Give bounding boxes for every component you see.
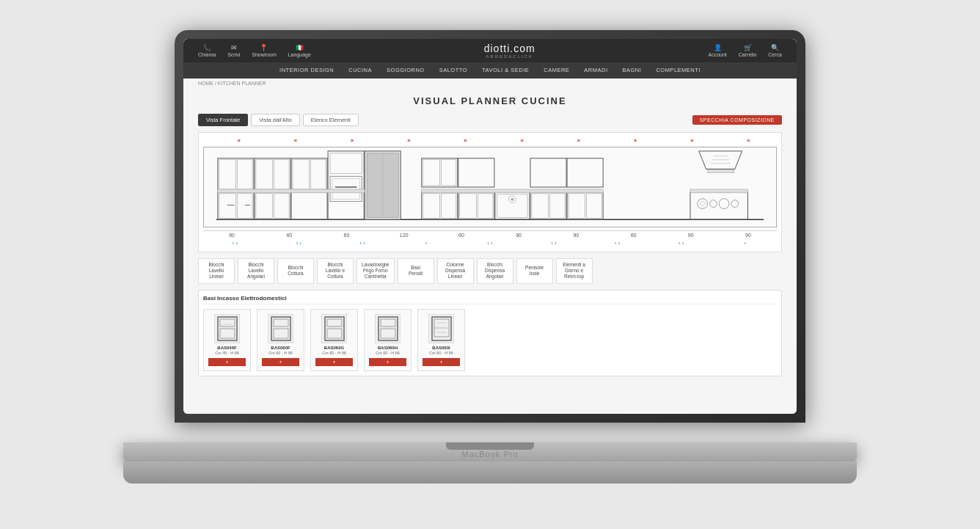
svg-rect-10 (328, 150, 364, 219)
product-dims-2: Cm 60 - H 86 (315, 351, 353, 355)
arrow-left-6[interactable]: ‹ (551, 240, 553, 247)
measure-5: 60 (433, 233, 490, 238)
measure-6: 90 (490, 233, 547, 238)
arrow-left-8[interactable]: ‹ (679, 240, 681, 247)
utility-cart[interactable]: 🛒 Carrello (739, 44, 757, 57)
svg-rect-46 (423, 159, 440, 185)
svg-rect-14 (330, 153, 362, 172)
nav-tavoli[interactable]: TAVOLI & SEDIE (482, 67, 529, 73)
product-card-2: BAS060G Cm 60 - H 86 + (310, 309, 358, 371)
svg-point-61 (719, 198, 729, 208)
arrow-left-5[interactable]: ‹ (487, 240, 489, 247)
product-dims-3: Cm 60 - H 86 (369, 351, 406, 355)
utility-showroom[interactable]: 📍 Showroom (252, 44, 276, 57)
nav-cucina[interactable]: CUCINA (348, 67, 372, 73)
svg-rect-63 (690, 189, 748, 192)
svg-rect-9 (311, 159, 326, 189)
logo-sub: ARREDACLICK (486, 54, 533, 59)
product-code-3: BAS060H (369, 346, 406, 350)
cat-penisole-isole[interactable]: PenisoleIsole (516, 258, 553, 284)
specchia-composizione-button[interactable]: SPECCHIA COMPOSIZIONE (692, 115, 782, 125)
arrow-group-8: ‹ › (649, 240, 713, 247)
cat-blocchi-cottura[interactable]: BlocchiCottura (277, 258, 314, 284)
nav-soggiorno[interactable]: SOGGIORNO (387, 67, 425, 73)
arrow-right-2[interactable]: › (299, 240, 301, 247)
tab-vista-frontale[interactable]: Vista Frontale (198, 114, 248, 126)
cat-lavastoviglie[interactable]: LavastoviglieFrigo FornoCantinetta (356, 258, 395, 284)
arrow-right-5[interactable]: › (491, 240, 493, 247)
planner-area: × × × × × × × × × × (198, 132, 782, 252)
cat-blocchi-lavello-angolari[interactable]: BlocchiLavelloAngolari (238, 258, 274, 284)
delete-col-1[interactable]: × (211, 137, 267, 144)
product-add-btn-3[interactable]: + (369, 358, 406, 366)
svg-point-58 (698, 198, 708, 208)
svg-rect-35 (497, 194, 527, 216)
arrow-group-9: ‹ (713, 240, 777, 247)
cat-colonne-dispensa[interactable]: ColonneDispensaLineari (437, 258, 474, 284)
delete-col-10[interactable]: × (720, 137, 777, 144)
arrow-left-9[interactable]: ‹ (744, 240, 746, 247)
utility-email[interactable]: ✉ Scrivi (227, 44, 240, 57)
cat-blocchi-lavello-cottura[interactable]: BlocchiLavello eCottura (317, 258, 354, 284)
cat-blocchi-dispensa-angolari[interactable]: BlocchiDispensaAngolari (477, 258, 513, 284)
arrow-group-6: ‹ › (522, 240, 585, 247)
cat-basi-pensili[interactable]: BasiPensili (398, 258, 434, 284)
product-add-btn-1[interactable]: + (262, 358, 299, 366)
svg-rect-48 (458, 158, 494, 186)
delete-col-7[interactable]: × (550, 137, 607, 144)
delete-col-4[interactable]: × (381, 137, 437, 144)
delete-col-8[interactable]: × (607, 137, 663, 144)
product-add-btn-4[interactable]: + (423, 358, 460, 366)
delete-row: × × × × × × × × × × (203, 137, 777, 144)
delete-col-2[interactable]: × (267, 137, 323, 144)
svg-rect-32 (460, 193, 477, 217)
cat-elementi-giorno[interactable]: Elementi aGiorno eRetrò-top (556, 258, 593, 284)
logo-area[interactable]: diotti.com ARREDACLICK (484, 43, 535, 59)
category-grid: BlocchiLavelloLineari BlocchiLavelloAngo… (198, 258, 782, 284)
utility-call[interactable]: 📞 Chiama (198, 44, 216, 57)
arrow-right-7[interactable]: › (618, 240, 621, 247)
nav-camere[interactable]: CAMERE (544, 67, 569, 73)
arrow-left-3[interactable]: ‹ (360, 240, 362, 247)
arrow-right-3[interactable]: › (363, 240, 365, 247)
product-icon-4 (428, 314, 454, 343)
screen-inner: 📞 Chiama ✉ Scrivi 📍 Showroom 🇮🇹 (183, 39, 797, 414)
utility-right: 👤 Account 🛒 Carrello 🔍 Cerca (708, 44, 782, 57)
measure-1: 60 (203, 233, 260, 238)
tab-vista-alto[interactable]: Vista dall'Alto (251, 114, 300, 126)
delete-col-9[interactable]: × (664, 137, 720, 144)
product-add-btn-2[interactable]: + (315, 358, 353, 366)
cat-blocchi-lavello-lineari[interactable]: BlocchiLavelloLineari (198, 258, 235, 284)
svg-rect-57 (690, 191, 748, 219)
product-icon-1 (268, 314, 293, 343)
utility-account[interactable]: 👤 Account (708, 44, 726, 57)
nav-complementi[interactable]: COMPLEMENTI (656, 67, 701, 73)
logo-text: diotti.com (484, 43, 535, 54)
svg-rect-69 (274, 319, 288, 326)
tab-elenco-elementi[interactable]: Elenco Elementi (303, 114, 359, 126)
delete-col-6[interactable]: × (494, 137, 550, 144)
arrow-left-1[interactable]: ‹ (233, 240, 235, 247)
nav-bagni[interactable]: BAGNI (623, 67, 642, 73)
svg-rect-52 (708, 169, 734, 172)
utility-search[interactable]: 🔍 Cerca (768, 44, 782, 57)
nav-salotto[interactable]: SALOTTO (439, 67, 467, 73)
arrow-left-2[interactable]: ‹ (296, 240, 299, 247)
utility-language[interactable]: 🇮🇹 Language (288, 44, 311, 57)
laptop-wrapper: 📞 Chiama ✉ Scrivi 📍 Showroom 🇮🇹 (123, 30, 857, 500)
product-dims-4: Cm 60 - H 86 (423, 351, 460, 355)
nav-armadi[interactable]: ARMADI (584, 67, 607, 73)
arrow-right-8[interactable]: › (682, 240, 684, 247)
svg-rect-40 (549, 193, 565, 217)
product-card-1: BAS060F Cm 60 - H 86 + (257, 309, 304, 371)
delete-col-3[interactable]: × (323, 137, 380, 144)
laptop-bottom (123, 461, 857, 484)
delete-col-5[interactable]: × (437, 137, 494, 144)
utility-bar: 📞 Chiama ✉ Scrivi 📍 Showroom 🇮🇹 (183, 39, 797, 62)
arrow-right-1[interactable]: › (235, 240, 238, 247)
product-add-btn-0[interactable]: + (208, 358, 246, 366)
nav-interior-design[interactable]: INTERIOR DESIGN (279, 67, 334, 73)
arrow-left-7[interactable]: ‹ (615, 240, 617, 247)
arrow-left-4[interactable]: ‹ (425, 240, 428, 247)
arrow-right-6[interactable]: › (555, 240, 557, 247)
